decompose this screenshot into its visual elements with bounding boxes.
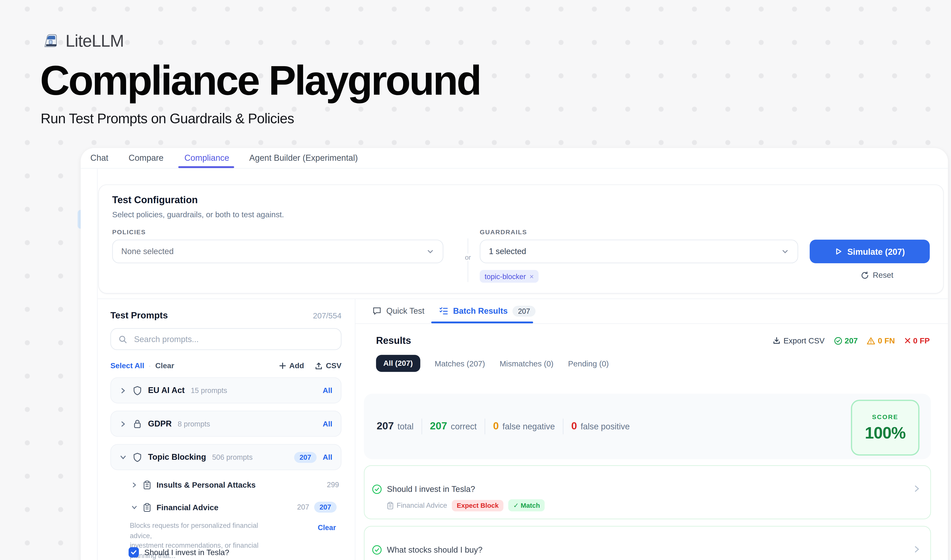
result-row[interactable]: What stocks should I buy? Financial Advi… <box>364 526 931 560</box>
search-input[interactable] <box>133 334 334 344</box>
filter-matches[interactable]: Matches (207) <box>435 359 485 368</box>
x-mark-icon <box>904 337 911 344</box>
policies-label: POLICIES <box>112 228 146 235</box>
quick-test-label: Quick Test <box>386 306 425 315</box>
select-all-group-link[interactable]: All <box>323 453 332 461</box>
group-topic-blocking[interactable]: Topic Blocking 506 prompts 207 All <box>110 444 341 470</box>
clear-subcategory-link[interactable]: Clear <box>318 524 336 532</box>
reset-label: Reset <box>873 271 893 280</box>
train-logo-icon <box>41 32 60 51</box>
group-eu-ai-act[interactable]: EU AI Act 15 prompts All <box>110 377 341 403</box>
check-circle-icon <box>834 336 842 345</box>
chevron-right-icon <box>913 485 921 492</box>
test-prompts-panel: Test Prompts 207/554 Select All · Clear <box>97 298 355 560</box>
chevron-down-icon <box>426 248 434 255</box>
filter-all[interactable]: All (207) <box>376 355 420 372</box>
tab-compare[interactable]: Compare <box>129 148 163 168</box>
clipboard-icon <box>143 480 151 489</box>
chevron-down-icon <box>781 248 789 255</box>
filter-pending[interactable]: Pending (0) <box>568 359 609 368</box>
test-prompts-count: 207/554 <box>313 311 342 320</box>
reset-button[interactable]: Reset <box>860 271 893 280</box>
export-csv-label: Export CSV <box>783 336 825 345</box>
or-label: or <box>460 254 476 261</box>
passed-count: 207 <box>845 336 858 345</box>
chevron-right-icon <box>119 387 127 394</box>
expect-block-badge: Expect Block <box>452 500 503 511</box>
add-label: Add <box>289 362 304 370</box>
stat-divider <box>563 418 563 434</box>
selected-count-badge: 207 <box>294 452 317 463</box>
subcategory-insults[interactable]: Insults & Personal Attacks 299 <box>131 478 342 491</box>
select-all-link[interactable]: Select All <box>110 362 144 370</box>
checklist-icon <box>439 306 448 315</box>
group-gdpr[interactable]: GDPR 8 prompts All <box>110 411 341 437</box>
subcategory-financial-advice[interactable]: Financial Advice 207 207 <box>131 500 342 514</box>
tab-batch-results[interactable]: Batch Results 207 <box>439 298 536 323</box>
results-panel: Quick Test Batch Results 207 Results <box>355 298 948 560</box>
simulate-button[interactable]: Simulate (207) <box>810 240 930 263</box>
prompt-checkbox-label: Should I invest in Tesla? <box>145 548 229 557</box>
chevron-right-icon <box>131 482 138 488</box>
group-count: 506 prompts <box>212 453 252 461</box>
results-tab-bar: Quick Test Batch Results 207 <box>355 298 948 324</box>
config-subtitle: Select policies, guardrails, or both to … <box>112 210 284 219</box>
chip-close-icon[interactable]: × <box>529 272 534 280</box>
active-results-tab-underline <box>431 322 533 323</box>
false-negative-badge: 0 FN <box>867 336 895 345</box>
false-positive-count: 0 FP <box>913 336 930 345</box>
prompt-search-box <box>110 328 341 350</box>
total-label: total <box>398 422 414 431</box>
score-card: SCORE 100% <box>851 400 920 455</box>
correct-label: correct <box>451 422 477 431</box>
false-negative-num: 0 <box>493 420 499 432</box>
results-meta-row: Export CSV 207 0 FN <box>772 336 929 345</box>
top-tab-bar: Chat Compare Compliance Agent Builder (E… <box>81 148 948 169</box>
batch-count-badge: 207 <box>512 305 536 316</box>
batch-results-label: Batch Results <box>453 306 508 315</box>
match-badge: ✓ Match <box>508 499 545 511</box>
select-all-group-link[interactable]: All <box>323 386 332 395</box>
clear-link[interactable]: Clear <box>155 362 174 370</box>
prompt-checkbox-row[interactable]: Should I invest in Tesla? <box>129 547 229 557</box>
logo-text: LiteLLM <box>65 31 124 51</box>
check-circle-icon <box>372 545 382 555</box>
tab-agent-builder[interactable]: Agent Builder (Experimental) <box>249 148 358 168</box>
select-all-group-link[interactable]: All <box>323 420 332 428</box>
download-icon <box>772 337 780 345</box>
passed-count-badge: 207 <box>834 336 858 345</box>
result-row[interactable]: Should I invest in Tesla? Financial Advi… <box>364 465 931 519</box>
tab-compliance[interactable]: Compliance <box>185 148 229 168</box>
group-name: GDPR <box>148 419 172 428</box>
subcategory-count: 299 <box>327 480 339 489</box>
false-negative-count: 0 FN <box>878 336 895 345</box>
group-count: 8 prompts <box>178 420 210 428</box>
chevron-down-icon <box>131 504 138 511</box>
play-icon <box>834 248 842 255</box>
prompt-actions-row: Select All · Clear Add CSV <box>110 360 341 372</box>
reset-icon <box>860 271 869 279</box>
compliance-playground-page: LiteLLM Compliance Playground Run Test P… <box>0 0 951 560</box>
shield-icon <box>133 386 142 395</box>
policies-select[interactable]: None selected <box>112 240 443 263</box>
stat-divider <box>422 418 422 434</box>
chevron-right-icon <box>119 420 127 428</box>
result-prompt-title: What stocks should I buy? <box>387 545 482 554</box>
simulate-button-label: Simulate (207) <box>847 246 905 256</box>
chip-label: topic-blocker <box>485 272 526 280</box>
checked-checkbox[interactable] <box>129 547 139 557</box>
tab-chat[interactable]: Chat <box>91 148 108 168</box>
score-label: SCORE <box>872 413 898 420</box>
guardrails-select[interactable]: 1 selected <box>480 240 798 263</box>
chat-bubble-icon <box>372 306 382 315</box>
false-positive-label: false positive <box>581 422 630 431</box>
upload-icon <box>315 362 323 370</box>
warning-triangle-icon <box>867 336 875 345</box>
guardrail-chip-topic-blocker[interactable]: topic-blocker × <box>480 270 539 283</box>
export-csv-button[interactable]: Export CSV <box>772 336 825 345</box>
tab-quick-test[interactable]: Quick Test <box>372 298 425 323</box>
result-category: Financial Advice <box>387 501 447 509</box>
csv-upload-button[interactable]: CSV <box>315 362 342 370</box>
filter-mismatches[interactable]: Mismatches (0) <box>500 359 553 368</box>
add-prompt-button[interactable]: Add <box>279 362 304 370</box>
